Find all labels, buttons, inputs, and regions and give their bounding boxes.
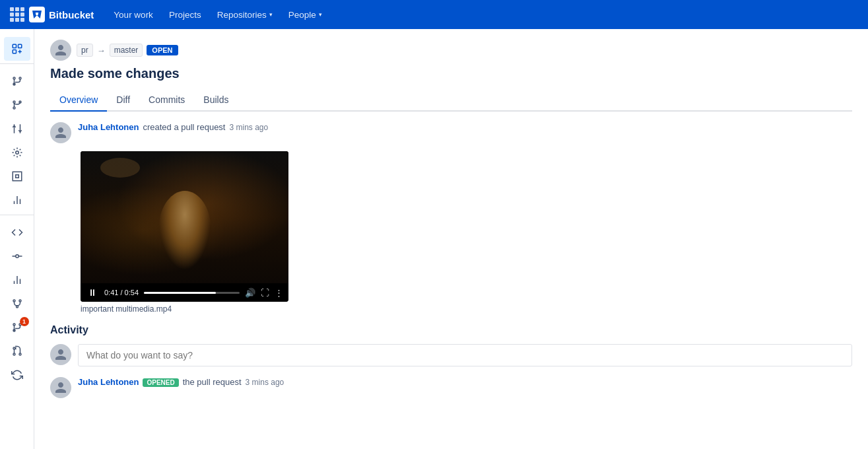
pr-opened-entry: Juha Lehtonen OPENED the pull request 3 … [50, 377, 852, 398]
sidebar-compare-icon[interactable] [4, 117, 30, 141]
created-timestamp: 3 mins ago [229, 123, 268, 132]
sidebar: 1 [0, 29, 34, 449]
video-filename: important multimedia.mp4 [81, 304, 852, 314]
sidebar-source-icon[interactable] [4, 37, 30, 61]
app-switcher-button[interactable] [8, 5, 26, 24]
created-action: created a pull request [143, 122, 225, 132]
projects-link[interactable]: Projects [162, 6, 208, 24]
video-progress-bar[interactable] [144, 292, 240, 294]
comment-input-area [50, 344, 852, 366]
svg-point-12 [19, 300, 21, 302]
svg-point-18 [13, 353, 15, 355]
video-time-display: 0:41 / 0:54 [104, 289, 139, 296]
tab-builds[interactable]: Builds [194, 89, 238, 112]
svg-point-11 [13, 300, 15, 302]
svg-point-9 [15, 151, 18, 155]
video-player[interactable]: ⏸ 0:41 / 0:54 🔊 ⛶ ⋮ [81, 151, 288, 302]
opened-meta: Juha Lehtonen OPENED the pull request 3 … [78, 377, 284, 398]
tab-diff[interactable]: Diff [107, 89, 139, 112]
sidebar-reports-icon[interactable] [4, 188, 30, 212]
activity-section-title: Activity [50, 324, 852, 336]
video-fullscreen-button[interactable]: ⛶ [261, 288, 269, 298]
created-meta: Juha Lehtonen created a pull request 3 m… [78, 122, 268, 143]
pr-created-entry: Juha Lehtonen created a pull request 3 m… [50, 122, 852, 143]
video-scene [81, 151, 288, 283]
video-frame [81, 151, 288, 283]
opened-author-avatar [50, 377, 71, 398]
sidebar-analytics-icon[interactable] [4, 268, 30, 292]
pr-status-badge: OPEN [147, 45, 178, 55]
people-link[interactable]: People ▾ [282, 6, 329, 24]
opened-username[interactable]: Juha Lehtonen [78, 377, 139, 387]
svg-point-14 [13, 324, 15, 326]
sidebar-pull-requests-icon[interactable] [4, 69, 30, 93]
sidebar-refresh-icon[interactable] [4, 363, 30, 387]
your-work-link[interactable]: Your work [107, 6, 160, 24]
main-layout: 1 [0, 29, 868, 449]
source-branch: pr [77, 44, 93, 57]
top-navigation: Bitbucket Your work Projects Repositorie… [0, 0, 868, 29]
opened-action: the pull request [183, 377, 242, 387]
repositories-link[interactable]: Repositories ▾ [211, 6, 279, 24]
pr-author-avatar [50, 40, 71, 61]
svg-rect-2 [13, 50, 16, 53]
people-chevron-icon: ▾ [319, 11, 322, 18]
tab-overview[interactable]: Overview [50, 89, 107, 112]
pr-header: pr → master OPEN [50, 40, 852, 61]
comment-input-field[interactable] [78, 344, 852, 366]
tab-commits[interactable]: Commits [139, 89, 194, 112]
sidebar-deployments-icon[interactable] [4, 164, 30, 188]
sidebar-top-section [0, 34, 34, 64]
repositories-chevron-icon: ▾ [269, 11, 273, 18]
svg-point-6 [13, 101, 15, 103]
pr-branches: pr → master OPEN [77, 44, 178, 57]
created-username[interactable]: Juha Lehtonen [78, 122, 139, 132]
sidebar-commits-icon[interactable] [4, 244, 30, 268]
video-controls: ⏸ 0:41 / 0:54 🔊 ⛶ ⋮ [81, 283, 288, 302]
sidebar-code2-icon[interactable] [4, 221, 30, 244]
comment-author-avatar [50, 344, 71, 365]
logo-text: Bitbucket [49, 9, 94, 20]
svg-point-7 [13, 107, 15, 109]
sidebar-pr-badge-icon[interactable]: 1 [4, 316, 30, 339]
sidebar-middle-section [0, 67, 34, 215]
svg-point-5 [19, 77, 21, 79]
target-branch: master [110, 44, 143, 57]
opened-badge: OPENED [143, 378, 178, 387]
svg-point-19 [19, 353, 21, 355]
pr-tabs: Overview Diff Commits Builds [50, 89, 852, 112]
video-progress-fill [144, 292, 216, 294]
created-author-avatar [50, 122, 71, 143]
pr-count-badge: 1 [20, 317, 29, 326]
svg-point-3 [13, 77, 15, 79]
sidebar-pipelines-icon[interactable] [4, 141, 30, 164]
video-volume-button[interactable]: 🔊 [245, 288, 255, 298]
sidebar-bottom-section: 1 [0, 218, 34, 390]
logo[interactable]: Bitbucket [29, 7, 94, 22]
scene-light [100, 158, 140, 178]
main-content: pr → master OPEN Made some changes Overv… [34, 29, 868, 449]
branch-arrow-icon: → [97, 46, 106, 55]
svg-point-10 [15, 255, 18, 258]
video-more-button[interactable]: ⋮ [275, 288, 283, 298]
sidebar-branches-icon[interactable] [4, 93, 30, 117]
svg-rect-1 [18, 44, 21, 48]
sidebar-forks-icon[interactable] [4, 292, 30, 316]
pr-title: Made some changes [50, 66, 852, 81]
bitbucket-logo-icon [29, 7, 45, 22]
svg-rect-0 [13, 44, 16, 48]
grid-icon [10, 7, 24, 22]
opened-timestamp: 3 mins ago [246, 378, 284, 387]
scene-figure [158, 191, 211, 270]
video-pause-button[interactable]: ⏸ [86, 286, 99, 299]
sidebar-merge-icon[interactable] [4, 339, 30, 363]
